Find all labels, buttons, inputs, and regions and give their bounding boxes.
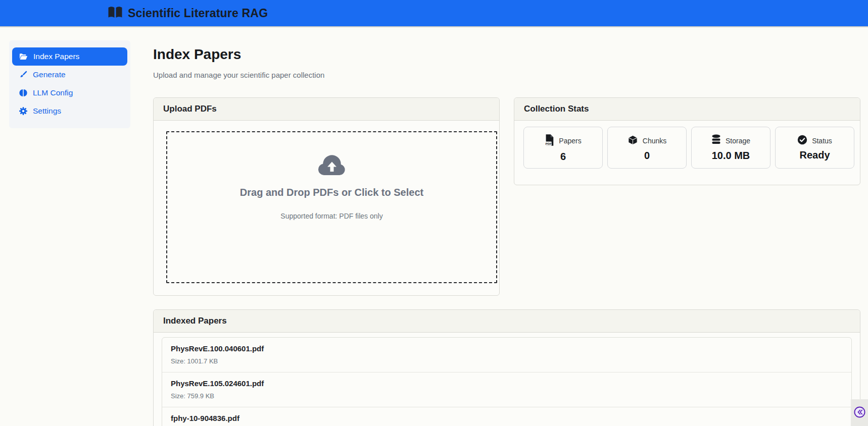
sidebar-item-label: Generate: [33, 70, 66, 79]
sidebar-item-label: LLM Config: [33, 88, 73, 97]
gear-icon: [19, 107, 27, 115]
stat-tile-papers: PDF Papers 6: [523, 127, 603, 169]
collapse-panel-button[interactable]: [854, 406, 865, 419]
stat-label: Papers: [559, 137, 581, 145]
pdf-dropzone[interactable]: Drag and Drop PDFs or Click to Select Su…: [166, 131, 497, 283]
page-title: Index Papers: [153, 46, 241, 63]
chevrons-left-icon: [854, 406, 865, 419]
sidebar-item-label: Settings: [33, 107, 61, 116]
pdf-file-icon: PDF: [545, 134, 554, 148]
app-window: Scientific Literature RAG Index Papers G…: [0, 0, 868, 426]
indexed-papers-card: Indexed Papers PhysRevE.100.040601.pdf S…: [153, 309, 860, 426]
papers-card-title: Indexed Papers: [154, 310, 860, 333]
app-header: Scientific Literature RAG: [0, 0, 868, 27]
svg-text:PDF: PDF: [546, 142, 552, 145]
stat-label: Status: [812, 137, 832, 145]
brain-icon: [19, 89, 27, 97]
cube-icon: [628, 135, 638, 147]
book-open-icon: [107, 6, 123, 21]
dropzone-hint: Supported format: PDF files only: [167, 212, 496, 220]
paper-list-item: fphy-10-904836.pdf Size: 1511.8 KB: [162, 407, 851, 426]
stat-tile-storage: Storage 10.0 MB: [691, 127, 770, 169]
paper-list-item: PhysRevE.100.040601.pdf Size: 1001.7 KB: [162, 338, 851, 372]
stat-tile-status: Status Ready: [775, 127, 854, 169]
cloud-upload-icon: [167, 154, 496, 179]
page-subtitle: Upload and manage your scientific paper …: [153, 71, 324, 79]
sidebar-item-index-papers[interactable]: Index Papers: [12, 47, 127, 66]
app-title: Scientific Literature RAG: [128, 7, 268, 20]
upload-pdfs-card: Upload PDFs Drag and Drop PDFs or Click …: [153, 97, 500, 296]
paper-name: PhysRevE.105.024601.pdf: [171, 379, 843, 388]
sidebar: Index Papers Generate LLM Config: [9, 40, 130, 128]
folder-open-icon: [19, 53, 28, 60]
sidebar-item-generate[interactable]: Generate: [12, 66, 127, 84]
stats-card-title: Collection Stats: [514, 98, 860, 121]
upload-card-title: Upload PDFs: [154, 98, 499, 121]
collection-stats-card: Collection Stats PDF Papers 6: [514, 97, 860, 185]
stat-value: 10.0 MB: [712, 150, 750, 161]
stats-row: PDF Papers 6: [523, 127, 854, 169]
dropzone-text: Drag and Drop PDFs or Click to Select: [167, 187, 496, 198]
paper-size: Size: 759.9 KB: [171, 392, 843, 400]
corner-panel: [851, 399, 868, 426]
check-circle-icon: [797, 135, 807, 147]
paper-list-item: PhysRevE.105.024601.pdf Size: 759.9 KB: [162, 372, 851, 407]
stat-tile-chunks: Chunks 0: [607, 127, 687, 169]
stat-value: Ready: [799, 149, 830, 161]
stat-value: 6: [560, 151, 566, 162]
paper-size: Size: 1001.7 KB: [171, 357, 843, 365]
stat-value: 0: [644, 150, 650, 161]
sidebar-item-label: Index Papers: [33, 52, 79, 61]
sidebar-item-settings[interactable]: Settings: [12, 102, 127, 120]
stat-label: Storage: [726, 137, 750, 145]
papers-list: PhysRevE.100.040601.pdf Size: 1001.7 KB …: [162, 337, 852, 426]
brush-icon: [19, 71, 27, 79]
paper-name: PhysRevE.100.040601.pdf: [171, 344, 843, 353]
database-icon: [711, 134, 721, 147]
sidebar-item-llm-config[interactable]: LLM Config: [12, 84, 127, 102]
paper-name: fphy-10-904836.pdf: [171, 414, 843, 422]
stat-label: Chunks: [643, 137, 666, 145]
